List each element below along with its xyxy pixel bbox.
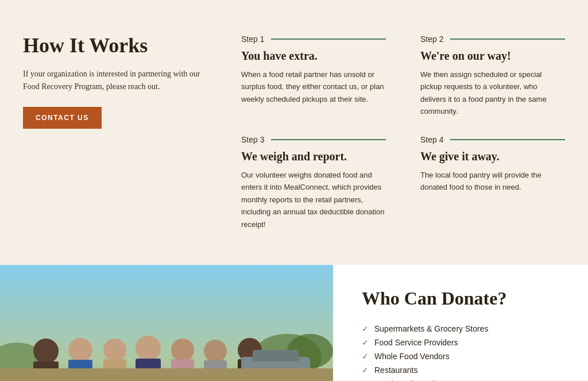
step-3-line [271,139,386,140]
svg-point-15 [68,338,92,362]
donate-item-label: Food Service Providers [374,338,458,347]
svg-rect-16 [68,360,92,381]
step-4-label-row: Step 4 [420,135,565,144]
step-2-line [450,39,565,40]
checkmark-icon: ✓ [362,365,369,375]
svg-rect-12 [36,371,44,381]
donate-list-item: ✓Supermarkets & Grocery Stores [362,322,554,336]
svg-rect-11 [33,361,59,381]
donate-column: Who Can Donate? ✓Supermarkets & Grocery … [333,265,588,381]
step-4-body: The local food pantry will provide the d… [420,169,565,194]
step-4-title: We give it away. [420,150,565,163]
svg-rect-13 [48,371,56,381]
page-description: If your organization is interested in pa… [23,68,218,94]
svg-rect-28 [253,350,299,361]
donate-list-item: ✓Whole Food Vendors [362,349,554,363]
step-3-label-row: Step 3 [241,135,386,144]
checkmark-icon: ✓ [362,338,369,347]
left-column: How It Works If your organization is int… [23,34,241,230]
donate-item-label: Supermarkets & Grocery Stores [374,324,488,333]
step-1-label-row: Step 1 [241,34,386,44]
photo-column [0,265,333,381]
step-2-title: We're on our way! [420,49,565,63]
svg-point-21 [171,338,194,361]
step-3-label: Step 3 [241,135,264,144]
step-2: Step 2 We're on our way! We then assign … [420,34,565,118]
donate-list: ✓Supermarkets & Grocery Stores✓Food Serv… [362,322,554,381]
svg-point-30 [291,376,307,381]
step-1-body: When a food retail partner has unsold or… [241,68,386,105]
svg-point-17 [103,338,126,361]
contact-us-button-top[interactable]: CONTACT US [23,107,102,129]
svg-point-29 [245,376,261,381]
svg-rect-18 [103,359,126,381]
step-2-body: We then assign scheduled or special pick… [420,68,565,118]
photo-svg [0,265,333,381]
group-photo [0,265,333,381]
donate-list-item: ✓Restaurants [362,363,554,377]
svg-point-10 [33,338,59,364]
step-4: Step 4 We give it away. The local food p… [420,135,565,230]
checkmark-icon: ✓ [362,352,369,361]
checkmark-icon: ✓ [362,324,369,333]
donate-list-item: ✓Food Service Providers [362,336,554,349]
who-can-donate-title: Who Can Donate? [362,288,554,309]
svg-point-23 [204,340,227,363]
donate-item-label: Restaurants [374,365,417,375]
page-title: How It Works [23,34,218,57]
step-1-line [271,39,386,40]
top-section: How It Works If your organization is int… [0,0,588,265]
step-4-label: Step 4 [420,135,443,144]
steps-grid: Step 1 You have extra. When a food retai… [241,34,565,230]
svg-rect-24 [204,360,227,381]
step-3-title: We weigh and report. [241,150,386,163]
step-1: Step 1 You have extra. When a food retai… [241,34,386,118]
bottom-section: Who Can Donate? ✓Supermarkets & Grocery … [0,265,588,381]
donate-list-item: ✓Hotels and Motels [362,377,554,381]
svg-rect-22 [171,359,194,381]
step-1-title: You have extra. [241,49,386,63]
step-1-label: Step 1 [241,34,264,44]
svg-point-19 [136,336,161,361]
step-3-body: Our volunteer weighs donated food and en… [241,169,386,230]
svg-rect-20 [136,359,161,381]
step-4-line [450,139,565,140]
step-2-label-row: Step 2 [420,34,565,44]
step-3: Step 3 We weigh and report. Our voluntee… [241,135,386,230]
step-2-label: Step 2 [420,34,443,44]
donate-item-label: Whole Food Vendors [374,352,450,361]
